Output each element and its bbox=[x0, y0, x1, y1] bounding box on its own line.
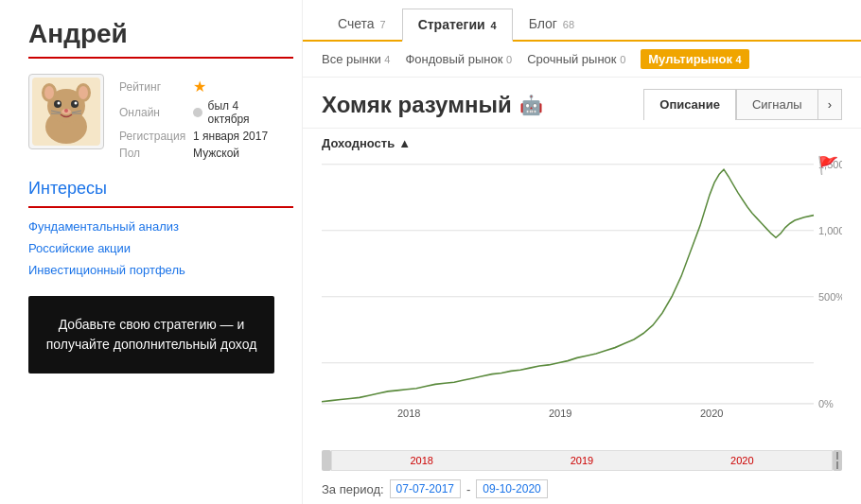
filter-stock-label: Фондовый рынок bbox=[405, 52, 502, 66]
robot-icon: 🤖 bbox=[519, 94, 543, 116]
filter-multimarket-count: 4 bbox=[736, 54, 742, 65]
tab-strategies-count: 4 bbox=[491, 20, 497, 31]
filter-stock[interactable]: Фондовый рынок 0 bbox=[405, 52, 512, 66]
svg-point-10 bbox=[75, 102, 78, 105]
chart-svg: 1,500% 1,000% 500% 0% 2018 2019 2020 bbox=[322, 154, 842, 419]
chart-area: 1,500% 1,000% 500% 0% 2018 2019 2020 bbox=[322, 154, 842, 419]
timeline-label-2018: 2018 bbox=[410, 455, 432, 466]
timeline-label-2019: 2019 bbox=[571, 455, 593, 466]
interests-section: Интересы Фундаментальный анализ Российск… bbox=[28, 179, 283, 277]
sort-icon: ▲ bbox=[398, 136, 411, 150]
timeline-track[interactable]: 2018 2019 2020 bbox=[331, 450, 833, 471]
promo-text: Добавьте свою стратегию — и получайте до… bbox=[46, 317, 257, 352]
tab-strategies-label: Стратегии bbox=[418, 17, 485, 32]
period-end-date[interactable]: 09-10-2020 bbox=[476, 479, 547, 498]
gender-label: Пол bbox=[119, 147, 187, 160]
user-name: Андрей bbox=[28, 19, 283, 49]
strategy-header: Хомяк разумный 🤖 Описание Сигналы › bbox=[303, 78, 861, 129]
interests-title: Интересы bbox=[28, 179, 283, 199]
strat-tab-signals[interactable]: Сигналы bbox=[736, 89, 818, 120]
registration-label: Регистрация bbox=[119, 130, 187, 143]
avatar bbox=[28, 74, 104, 149]
filter-stock-count: 0 bbox=[506, 54, 512, 65]
online-label: Онлайн bbox=[119, 106, 187, 119]
strategy-title-text: Хомяк разумный bbox=[322, 92, 512, 118]
strat-tab-description[interactable]: Описание bbox=[643, 89, 736, 120]
rating-row: Рейтинг ★ bbox=[119, 78, 283, 96]
market-filters: Все рынки 4 Фондовый рынок 0 Срочный рын… bbox=[303, 42, 861, 78]
period-separator: - bbox=[466, 482, 470, 496]
user-info-row: Рейтинг ★ Онлайн был 4 октября Регистрац… bbox=[28, 74, 283, 160]
tab-accounts-count: 7 bbox=[380, 19, 386, 30]
timeline-bar: 2018 2019 2020 bbox=[303, 447, 861, 474]
sidebar-divider bbox=[28, 57, 293, 59]
chart-label-text: Доходность bbox=[322, 136, 395, 150]
svg-point-12 bbox=[64, 109, 68, 113]
tab-accounts[interactable]: Счета 7 bbox=[322, 8, 402, 40]
timeline-handle-right[interactable] bbox=[833, 450, 842, 471]
main-content: Счета 7 Стратегии 4 Блог 68 Все рынки 4 … bbox=[303, 0, 861, 504]
handle-line-2 bbox=[836, 461, 838, 469]
chart-label: Доходность ▲ ⬇ bbox=[322, 136, 842, 150]
gender-row: Пол Мужской bbox=[119, 147, 283, 160]
filter-futures-label: Срочный рынок bbox=[527, 52, 616, 66]
period-label: За период: bbox=[322, 482, 384, 496]
chart-container: Доходность ▲ ⬇ 1,500% 1,000% 500% 0% bbox=[303, 129, 861, 447]
online-row: Онлайн был 4 октября bbox=[119, 99, 283, 126]
svg-point-9 bbox=[58, 102, 61, 105]
period-start-date[interactable]: 07-07-2017 bbox=[390, 479, 461, 498]
interest-link-1[interactable]: Российские акции bbox=[28, 241, 283, 255]
strategy-tabs: Описание Сигналы › bbox=[643, 89, 842, 120]
tab-accounts-label: Счета bbox=[338, 16, 375, 31]
interest-link-2[interactable]: Инвестиционный портфель bbox=[28, 263, 283, 277]
user-details: Рейтинг ★ Онлайн был 4 октября Регистрац… bbox=[119, 78, 283, 160]
registration-row: Регистрация 1 января 2017 bbox=[119, 130, 283, 143]
strat-tab-description-label: Описание bbox=[659, 97, 720, 112]
filter-multimarket-label: Мультирынок bbox=[648, 52, 732, 66]
star-icon: ★ bbox=[193, 78, 206, 96]
period-row: За период: 07-07-2017 - 09-10-2020 bbox=[303, 474, 861, 504]
strat-tab-more[interactable]: › bbox=[818, 89, 842, 120]
tab-blog-count: 68 bbox=[563, 19, 574, 30]
svg-text:500%: 500% bbox=[818, 291, 842, 303]
online-indicator bbox=[193, 108, 202, 117]
online-value: был 4 октября bbox=[208, 99, 283, 126]
svg-point-6 bbox=[79, 86, 88, 99]
svg-text:2018: 2018 bbox=[397, 407, 420, 418]
svg-text:2019: 2019 bbox=[549, 407, 571, 418]
tab-strategies[interactable]: Стратегии 4 bbox=[402, 9, 513, 42]
svg-point-4 bbox=[44, 86, 54, 99]
tab-blog-label: Блог bbox=[529, 16, 557, 31]
svg-text:2020: 2020 bbox=[700, 407, 723, 418]
gender-value: Мужской bbox=[193, 147, 239, 160]
strat-tab-signals-label: Сигналы bbox=[752, 97, 802, 112]
strategy-title: Хомяк разумный 🤖 bbox=[322, 92, 643, 118]
filter-multimarket[interactable]: Мультирынок 4 bbox=[641, 49, 748, 69]
interests-divider bbox=[28, 206, 293, 208]
rating-label: Рейтинг bbox=[119, 80, 187, 94]
avatar-img bbox=[32, 78, 100, 146]
svg-text:0%: 0% bbox=[818, 398, 834, 409]
filter-all[interactable]: Все рынки 4 bbox=[322, 52, 390, 66]
filter-futures-count: 0 bbox=[620, 54, 625, 65]
filter-futures[interactable]: Срочный рынок 0 bbox=[527, 52, 625, 66]
filter-all-count: 4 bbox=[384, 54, 390, 65]
registration-value: 1 января 2017 bbox=[193, 130, 268, 143]
timeline-handle-left[interactable] bbox=[322, 450, 331, 471]
interest-link-0[interactable]: Фундаментальный анализ bbox=[28, 219, 283, 234]
filter-all-label: Все рынки bbox=[322, 52, 381, 66]
promo-box: Добавьте свою стратегию — и получайте до… bbox=[28, 296, 274, 374]
sidebar: Андрей bbox=[0, 0, 303, 504]
timeline-label-2020: 2020 bbox=[730, 455, 753, 466]
handle-line-1 bbox=[836, 452, 838, 460]
peak-flag-icon: 🚩 bbox=[817, 155, 838, 176]
tab-blog[interactable]: Блог 68 bbox=[513, 8, 590, 40]
chevron-right-icon: › bbox=[828, 97, 832, 112]
svg-text:1,000%: 1,000% bbox=[818, 225, 842, 236]
top-tabs: Счета 7 Стратегии 4 Блог 68 bbox=[303, 0, 861, 42]
